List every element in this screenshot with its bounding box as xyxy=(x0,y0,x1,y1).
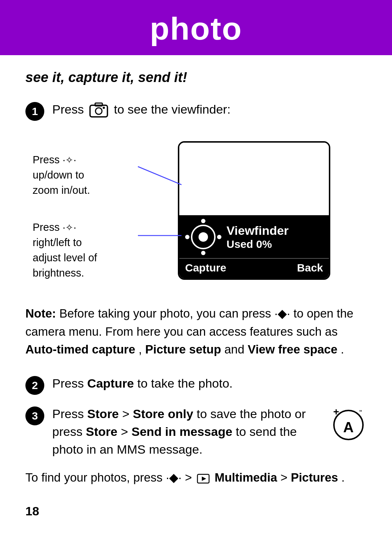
step-3-circle: 3 xyxy=(25,406,44,425)
step-3-content: Press Store > Store only to save the pho… xyxy=(52,405,367,459)
step-1-circle: 1 xyxy=(25,102,44,121)
step-2-row: 2 Press Capture to take the photo. xyxy=(25,375,367,395)
page-number: 18 xyxy=(25,504,367,518)
viewfinder-screen: Viewfinder Used 0% Capture Back xyxy=(178,141,330,280)
diagram-labels: Press ·✧· up/down to zoom in/out. Press … xyxy=(33,134,134,281)
nav-row-middle xyxy=(185,225,221,249)
diagram-visual: Viewfinder Used 0% Capture Back xyxy=(134,134,301,286)
viewfinder-area xyxy=(179,143,329,215)
svg-marker-11 xyxy=(202,477,206,481)
subtitle: see it, capture it, send it! xyxy=(25,70,367,85)
svg-point-3 xyxy=(103,107,105,109)
page-content: see it, capture it, send it! 1 Press to … xyxy=(0,55,392,533)
step-1-row: 1 Press to see the viewfinder: xyxy=(25,101,367,121)
multimedia-icon xyxy=(197,472,210,485)
nav-dot-bottom xyxy=(201,251,205,255)
step-3-text: Press Store > Store only to save the pho… xyxy=(52,405,322,459)
svg-text:": " xyxy=(359,409,362,417)
softkey-back: Back xyxy=(297,262,323,274)
nav-cluster xyxy=(185,219,221,255)
softkey-capture: Capture xyxy=(185,262,226,274)
mms-icon-container: A " + xyxy=(330,405,367,444)
diagram-label-zoom: Press ·✧· up/down to zoom in/out. xyxy=(33,152,134,198)
step-3-row: 3 Press Store > Store only to save the p… xyxy=(25,405,367,459)
svg-rect-0 xyxy=(90,105,107,117)
used-label: Used 0% xyxy=(226,238,323,250)
nav-dot-left xyxy=(185,235,189,239)
svg-text:A: A xyxy=(343,419,354,435)
page-title: photo xyxy=(150,11,242,46)
phone-screen: Viewfinder Used 0% Capture Back xyxy=(178,141,330,280)
softkeys-row: Capture Back xyxy=(179,258,329,278)
screen-info-row: Viewfinder Used 0% xyxy=(179,215,329,258)
brightness-crosshair: Press ·✧· xyxy=(33,221,76,233)
step-1-text: Press to see the viewfinder: xyxy=(52,101,230,118)
zoom-crosshair: Press ·✧· xyxy=(33,154,76,165)
step-2-text: Press Capture to take the photo. xyxy=(52,375,233,392)
nav-dot-right xyxy=(217,235,221,239)
svg-point-1 xyxy=(95,108,102,114)
page-header: photo xyxy=(0,0,392,55)
screen-text-labels: Viewfinder Used 0% xyxy=(226,224,323,250)
diagram-inner: Press ·✧· up/down to zoom in/out. Press … xyxy=(33,134,367,286)
diagram-label-brightness: Press ·✧· right/left to adjust level of … xyxy=(33,220,134,281)
svg-rect-2 xyxy=(95,103,102,106)
mms-send-icon: A " + xyxy=(330,405,367,441)
bottom-nav-row: To find your photos, press ·◆· > Multime… xyxy=(25,469,367,487)
diagram-container: Press ·✧· up/down to zoom in/out. Press … xyxy=(25,134,367,286)
step-2-circle: 2 xyxy=(25,376,44,395)
nav-outer-ring xyxy=(191,225,216,249)
svg-line-4 xyxy=(138,167,181,185)
svg-text:+: + xyxy=(333,406,339,417)
nav-dot-top xyxy=(201,219,205,223)
camera-icon xyxy=(89,102,108,118)
nav-inner-dot xyxy=(199,232,208,242)
note-section: Note: Before taking your photo, you can … xyxy=(25,304,367,359)
viewfinder-label: Viewfinder xyxy=(226,224,323,238)
